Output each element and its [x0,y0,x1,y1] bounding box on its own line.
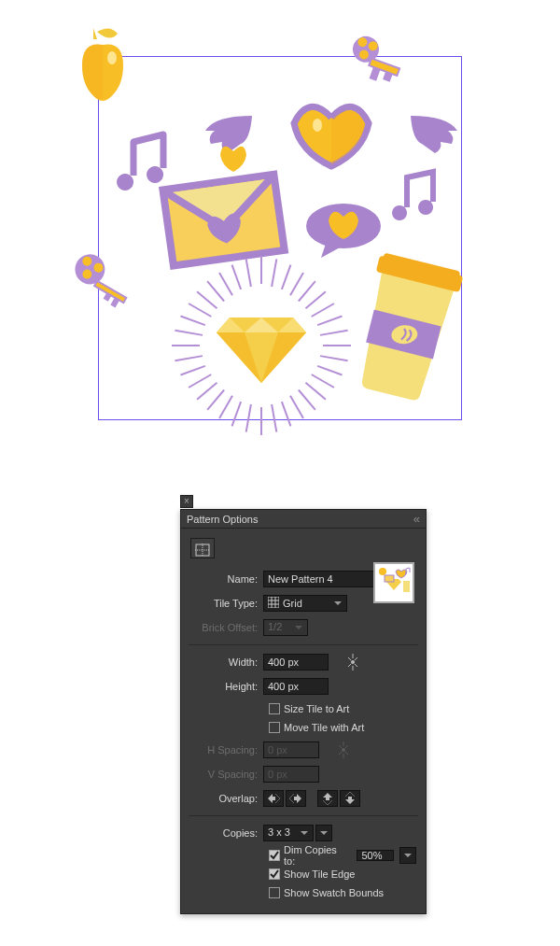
name-label: Name: [190,573,263,585]
overlap-top-button[interactable] [317,790,338,807]
link-spacing-icon [334,740,353,760]
overlap-label: Overlap: [190,793,263,804]
svg-point-65 [351,660,355,664]
svg-line-48 [207,281,224,301]
canvas: × Pattern Options « Name: Tile Type: Gri… [0,0,560,946]
svg-point-66 [342,748,345,752]
svg-line-38 [317,317,342,326]
overlap-left-button[interactable] [263,790,284,807]
overlap-bottom-button[interactable] [340,790,360,807]
svg-line-26 [272,259,276,287]
svg-line-29 [232,402,242,426]
tile-type-select[interactable]: Grid [263,595,347,612]
svg-line-46 [219,273,232,295]
tile-type-value: Grid [283,598,302,609]
pattern-tile-tool-button[interactable] [190,538,215,558]
link-dimensions-icon[interactable] [343,652,362,672]
panel-close-button[interactable]: × [180,495,193,508]
svg-line-49 [299,389,315,409]
svg-line-36 [312,304,334,317]
svg-point-0 [107,51,117,64]
show-swatch-bounds-label: Show Swatch Bounds [284,887,384,898]
show-tile-edge-checkbox[interactable] [269,868,280,880]
h-spacing-input: 0 px [263,741,319,758]
svg-line-56 [175,331,203,335]
svg-line-30 [290,273,303,295]
svg-rect-63 [403,581,410,592]
copies-label: Copies: [190,827,263,839]
svg-line-41 [175,356,203,360]
dim-copies-dropdown[interactable] [399,847,416,864]
height-label: Height: [190,681,263,692]
svg-line-40 [320,331,348,335]
svg-line-45 [282,402,291,426]
svg-line-28 [282,265,291,289]
svg-line-33 [207,389,224,409]
dim-copies-input[interactable] [357,850,394,861]
brick-offset-label: Brick Offset: [190,622,263,633]
size-tile-checkbox[interactable] [269,703,280,714]
svg-point-61 [379,568,386,575]
panel-title: Pattern Options [187,510,258,528]
h-spacing-label: H Spacing: [190,744,263,755]
svg-point-6 [313,119,322,132]
panel-header[interactable]: Pattern Options « [181,510,426,529]
svg-line-35 [197,383,217,400]
grid-icon [268,597,279,610]
move-tile-label: Move Tile with Art [284,722,364,733]
v-spacing-input: 0 px [263,766,319,783]
tile-type-label: Tile Type: [190,598,263,609]
dim-copies-checkbox[interactable] [269,850,280,861]
svg-line-31 [219,396,232,418]
width-input[interactable] [263,654,329,671]
overlap-right-button[interactable] [286,790,306,807]
svg-rect-15 [96,282,125,301]
dim-copies-label: Dim Copies to: [284,844,349,867]
pattern-swatch-preview[interactable] [373,562,414,603]
svg-line-51 [305,383,325,400]
pattern-artwork[interactable] [37,9,523,458]
svg-line-32 [299,281,315,301]
height-input[interactable] [263,678,329,695]
copies-dropdown-arrow[interactable] [315,825,332,841]
show-swatch-bounds-checkbox[interactable] [269,887,280,898]
svg-point-10 [70,249,111,290]
svg-rect-59 [268,597,279,608]
svg-line-55 [317,366,342,375]
pattern-options-panel: Pattern Options « Name: Tile Type: Grid [180,509,427,914]
size-tile-label: Size Tile to Art [284,703,349,714]
svg-line-53 [312,374,334,388]
svg-line-54 [181,317,205,326]
svg-line-34 [305,291,325,308]
svg-line-50 [197,291,217,308]
copies-select[interactable]: 3 x 3 [263,825,314,841]
width-label: Width: [190,657,263,668]
svg-line-27 [246,404,251,432]
svg-line-42 [246,259,251,287]
svg-line-57 [320,356,348,360]
show-tile-edge-label: Show Tile Edge [284,868,355,880]
move-tile-checkbox[interactable] [269,722,280,733]
v-spacing-label: V Spacing: [190,769,263,780]
svg-line-47 [290,396,303,418]
svg-rect-62 [385,575,394,582]
brick-offset-select: 1/2 [263,619,308,636]
panel-expand-icon[interactable]: « [413,510,420,528]
svg-line-43 [272,404,276,432]
svg-line-44 [232,265,242,289]
svg-line-37 [189,374,211,388]
svg-line-52 [189,304,211,317]
svg-line-39 [181,366,205,375]
